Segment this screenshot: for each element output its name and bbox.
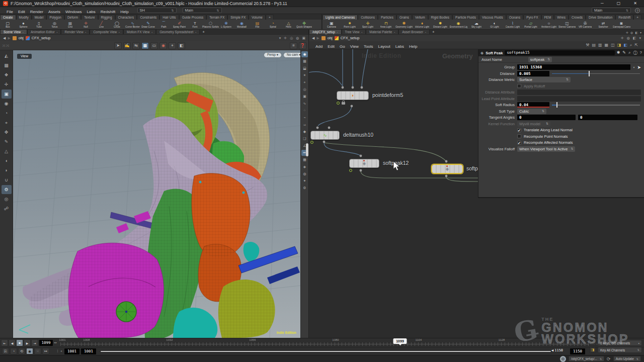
shelf-tool[interactable]: ❋L-System [218, 20, 234, 29]
pane-tab-menu-icon[interactable]: ▪ [362, 31, 363, 34]
pane-tab[interactable]: /obj/CFX_setup▪ [309, 29, 342, 34]
shelf-tab[interactable]: Oceans [506, 15, 523, 20]
node-body[interactable]: ∿ [310, 131, 340, 140]
shelf-tool[interactable]: ♦Volume Light [413, 20, 431, 29]
node-name-input[interactable]: softpeak15 [505, 50, 614, 55]
range-slider[interactable] [101, 351, 551, 352]
network-toolbar-icon[interactable]: ▦ [605, 43, 609, 48]
tool-icon[interactable]: ◖ [2, 156, 12, 165]
group-select-arrow-icon[interactable]: ➤ [637, 65, 641, 70]
pathbar-icon[interactable]: ✛ [284, 36, 287, 40]
shelf-tab[interactable]: Vellum [412, 15, 428, 20]
shelf-tool[interactable]: ☁Sky Light [467, 20, 486, 29]
tool-icon[interactable]: ▩ [2, 61, 12, 70]
shelf-tab[interactable]: Rigging [98, 15, 115, 20]
pane-control-icon[interactable]: ▾ [640, 31, 641, 34]
display-option-icon[interactable]: ▩ [301, 58, 308, 64]
display-option-icon[interactable]: ¹² [301, 122, 308, 128]
breadcrumb-obj[interactable]: obj [19, 36, 24, 40]
pane-tab-menu-icon[interactable]: ▪ [119, 31, 120, 34]
shelf-tab[interactable]: Modify [16, 15, 32, 20]
view-label[interactable]: View [17, 54, 32, 59]
viewport-tool-icon[interactable]: ▭ [150, 42, 158, 49]
network-toolbar-icon[interactable]: ◧ [623, 43, 627, 48]
tool-icon[interactable]: ◎ [2, 195, 12, 204]
shelf-tool[interactable]: ⇄Switcher [594, 20, 612, 29]
close-button[interactable]: ✕ [633, 1, 637, 6]
shelf-tool[interactable]: ✤Quick Shapes [296, 20, 312, 29]
shelf-tool[interactable]: ◉Metaball [234, 20, 250, 29]
kernel-function-select[interactable]: Wyvill model⇅ [517, 121, 550, 127]
distance-attribute-input[interactable] [517, 89, 641, 95]
shelf-tool[interactable]: ⊓Area Light [377, 20, 395, 29]
shelf-tool[interactable]: ∿Curve Bezier [125, 20, 140, 29]
network-menu-item[interactable]: Edit [325, 44, 337, 49]
tangent-angle-1-input[interactable]: 0 [517, 115, 576, 120]
breadcrumb-network[interactable]: CFX_setup [341, 36, 360, 40]
pane-tab-menu-icon[interactable]: ▪ [86, 31, 87, 34]
shelf-tab[interactable]: Constraints [137, 15, 159, 20]
viewport-tool-icon[interactable]: ✍ [123, 42, 131, 49]
shelf-tool[interactable]: ◉Environment Light [449, 20, 467, 29]
display-option-icon[interactable]: ✦ [301, 178, 308, 184]
pane-tab[interactable]: Asset Browser▪ [398, 29, 430, 34]
shelf-tool[interactable]: ✢Spot Light [359, 20, 377, 29]
network-toolbar-icon[interactable]: ⇱ [634, 43, 638, 48]
maximize-button[interactable]: ▢ [617, 1, 621, 6]
parameter-header-icon[interactable]: ⌕ [628, 50, 630, 56]
network-toolbar-icon[interactable]: ⌕ [630, 43, 632, 48]
tool-icon[interactable]: ☍ [2, 204, 12, 213]
forward-icon[interactable]: ▶ [316, 36, 319, 40]
shelf-tool[interactable]: ╱Line [94, 20, 109, 29]
network-toolbar-icon[interactable]: ▥ [598, 43, 602, 48]
forward-icon[interactable]: ▶ [8, 36, 10, 40]
pathbar-icon[interactable]: ◧ [633, 36, 636, 40]
shelf-tool[interactable]: ▤File [250, 20, 265, 29]
display-flag-icon[interactable] [349, 169, 352, 172]
shelf-tool[interactable]: ◔Spiral [265, 20, 281, 29]
network-toolbar-icon[interactable]: ▤ [592, 43, 596, 48]
network-menu-item[interactable]: View [348, 44, 361, 49]
shelf-tool[interactable]: ✹Distant Light [431, 20, 449, 29]
shelf-tab[interactable]: Simple FX [227, 15, 249, 20]
tool-icon[interactable]: △ [2, 147, 12, 156]
shelf-tool[interactable]: ▣Camera [323, 20, 341, 29]
display-option-icon[interactable]: ◍ [301, 171, 308, 177]
pane-control-icon[interactable]: ◧ [635, 31, 638, 34]
help-icon[interactable]: ? [635, 8, 640, 13]
playbar-option-icon[interactable]: ⟲ [18, 348, 25, 354]
pane-tab-menu-icon[interactable]: ▪ [23, 31, 24, 34]
network-menu-item[interactable]: Go [337, 44, 348, 49]
shelf-tab[interactable]: Grains [396, 15, 412, 20]
minimize-button[interactable]: ─ [601, 1, 604, 6]
viewport-tool-icon[interactable]: ⇆ [132, 42, 140, 49]
parameter-header-icon[interactable]: ⓘ [633, 50, 637, 56]
pane-tab[interactable]: Motion FX View▪ [123, 29, 156, 34]
transport-button[interactable]: ⇤ [1, 339, 8, 346]
shelf-tool[interactable]: ○Ambient Light [540, 20, 558, 29]
back-icon[interactable]: ◀ [3, 36, 6, 40]
playhead-marker[interactable]: 1099 [393, 338, 407, 344]
current-frame-input[interactable]: 1099 [39, 340, 53, 346]
frame-stepper-icons[interactable]: ◂▸ [54, 341, 57, 344]
display-option-icon[interactable]: ▣ [301, 94, 308, 100]
soft-type-select[interactable]: Cubic⇅ [517, 109, 546, 114]
network-node[interactable]: ◈ softpeak12 [349, 159, 379, 168]
shelf-tool[interactable]: ⬡Platonic Solids [203, 20, 218, 29]
recompute-point-normals-checkbox[interactable] [517, 134, 521, 138]
keys-info-box[interactable]: 0 keys, 0/0 channels▴ [598, 340, 642, 346]
tool-icon[interactable]: ✎ [2, 137, 12, 146]
range-start-input[interactable]: 1001 [64, 348, 79, 354]
parameter-header-icon[interactable]: ? [640, 50, 642, 56]
shelf-tab[interactable]: FEM [541, 15, 554, 20]
shelf-tab[interactable]: Wires [554, 15, 569, 20]
scene-viewport[interactable] [13, 50, 300, 338]
shelf-tool[interactable]: ✐Spray Paint [172, 20, 187, 29]
menu-item[interactable]: Redshift [98, 9, 118, 15]
display-option-icon[interactable]: ∿ [301, 101, 308, 107]
key-channels-icon[interactable]: ◨ [589, 347, 596, 353]
viewport-tool-icon[interactable]: ❓ [299, 42, 306, 49]
network-menu-item[interactable]: Add [313, 44, 325, 49]
menu-item[interactable]: Render [28, 9, 46, 15]
playbar-option-icon[interactable]: ↦ [42, 348, 49, 354]
